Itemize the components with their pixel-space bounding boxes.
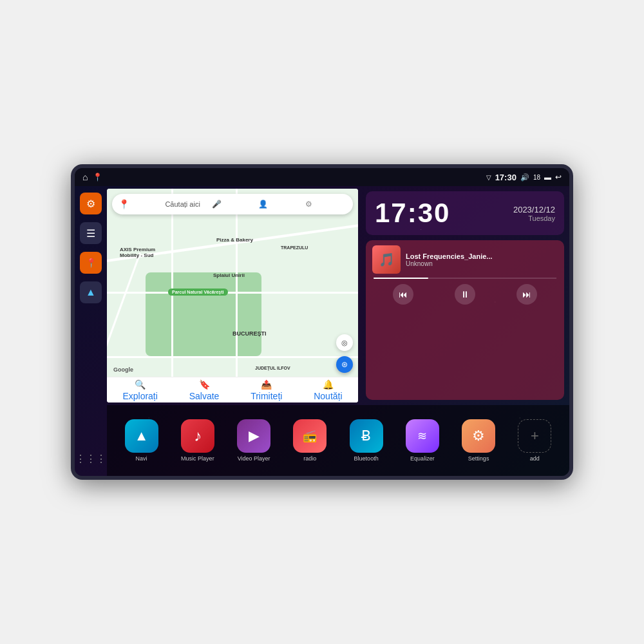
map-pin-park: Parcul Natural Văcărești <box>168 289 228 296</box>
google-logo: Google <box>113 366 133 373</box>
status-left: ⌂ 📍 <box>82 172 102 182</box>
radio-label: radio <box>303 455 316 462</box>
app-item-equalizer[interactable]: ≋ Equalizer <box>395 419 449 462</box>
map-label-buc: BUCUREȘTI <box>232 330 267 337</box>
np-info: Lost Frequencies_Janie... Unknown <box>406 252 558 267</box>
np-artist: Unknown <box>406 260 558 267</box>
map-label-pizza: Pizza & Bakery <box>216 237 253 243</box>
main-area: ⚙ ☰ 📍 ▲ ⋮⋮⋮ 📍 Căutați aici <box>75 186 569 476</box>
np-controls: ⏮ ⏸ ⏭ <box>372 283 558 306</box>
road-5 <box>107 356 358 358</box>
bluetooth-label: Bluetooth <box>354 455 379 462</box>
prev-button[interactable]: ⏮ <box>393 284 413 305</box>
video-player-label: Video Player <box>238 455 270 462</box>
news-label: Noutăți <box>314 391 342 401</box>
status-time: 17:30 <box>495 173 516 182</box>
map-icon: 📍 <box>86 258 97 268</box>
device-frame: ⌂ 📍 ▽ 17:30 🔊 18 ▬ ↩ ⚙ ☰ 📍 ▲ <box>71 164 573 480</box>
sidebar-item-grid[interactable]: ⋮⋮⋮ <box>80 448 102 469</box>
map-send[interactable]: 📤 Trimiteți <box>251 379 282 401</box>
np-progress-fill <box>374 278 428 279</box>
sidebar-item-map[interactable]: 📍 <box>80 252 102 274</box>
clock-widget: 17:30 2023/12/12 Tuesday <box>366 191 564 235</box>
search-placeholder[interactable]: Căutați aici <box>165 200 206 208</box>
settings-label: Settings <box>468 455 489 462</box>
wifi-icon: ▽ <box>486 174 491 181</box>
sidebar-item-files[interactable]: ☰ <box>80 222 102 244</box>
status-bar: ⌂ 📍 ▽ 17:30 🔊 18 ▬ ↩ <box>75 168 569 186</box>
saved-icon: 🔖 <box>199 379 210 390</box>
np-progress-bar <box>374 278 556 279</box>
app-item-bluetooth[interactable]: Ƀ Bluetooth <box>339 419 393 462</box>
add-label: add <box>530 455 540 462</box>
grid-icon: ⋮⋮⋮ <box>75 453 106 465</box>
volume-icon[interactable]: 🔊 <box>520 173 529 182</box>
video-player-icon: ▶ <box>237 419 270 453</box>
map-news[interactable]: 🔔 Noutăți <box>314 379 342 401</box>
home-icon[interactable]: ⌂ <box>82 172 88 182</box>
map-label-ilfov: JUDEȚUL ILFOV <box>255 366 290 370</box>
explore-icon: 🔍 <box>135 379 146 390</box>
sidebar: ⚙ ☰ 📍 ▲ ⋮⋮⋮ <box>75 186 107 476</box>
account-icon[interactable]: 👤 <box>258 200 299 209</box>
map-status-icon[interactable]: 📍 <box>93 173 102 182</box>
map-location-button[interactable]: ◎ <box>336 334 353 351</box>
music-player-icon: ♪ <box>181 419 214 453</box>
clock-time: 17:30 <box>375 198 450 229</box>
app-item-settings[interactable]: ⚙ Settings <box>452 419 506 462</box>
clock-date-value: 2023/12/12 <box>513 205 555 214</box>
navi-label: Navi <box>136 455 147 462</box>
road-3 <box>171 189 173 402</box>
np-album-art: 🎵 <box>372 245 401 274</box>
map-navigate-button[interactable]: ⊛ <box>336 356 353 373</box>
map-label-axis: AXIS PremiumMobility - Sud <box>120 247 155 258</box>
road-2 <box>107 292 358 294</box>
app-item-video-player[interactable]: ▶ Video Player <box>227 419 281 462</box>
send-label: Trimiteți <box>251 391 282 401</box>
map-roads: AXIS PremiumMobility - Sud Pizza & Baker… <box>107 189 358 402</box>
battery-level: 18 <box>533 174 540 181</box>
map-bottom-bar: 🔍 Explorați 🔖 Salvate 📤 Trimiteți � <box>107 377 358 402</box>
files-icon: ☰ <box>86 227 95 240</box>
app-item-radio[interactable]: 📻 radio <box>283 419 337 462</box>
settings-app-icon: ⚙ <box>462 419 495 453</box>
play-pause-button[interactable]: ⏸ <box>455 284 475 305</box>
explore-label: Explorați <box>122 391 157 401</box>
map-saved[interactable]: 🔖 Salvate <box>189 379 220 401</box>
google-maps-logo: 📍 <box>118 199 160 209</box>
add-icon: + <box>518 419 551 453</box>
radio-icon: 📻 <box>293 419 327 453</box>
status-right: ▽ 17:30 🔊 18 ▬ ↩ <box>486 173 562 182</box>
np-top: 🎵 Lost Frequencies_Janie... Unknown <box>372 245 558 274</box>
send-icon: 📤 <box>261 379 272 390</box>
park-area <box>146 272 261 356</box>
app-tray: ▲ Navi ♪ Music Player ▶ Video Player <box>107 405 569 476</box>
road-4 <box>236 189 238 402</box>
map-label-splaiul: Splaiul Unirii <box>213 272 245 278</box>
navi-icon: ▲ <box>125 419 158 453</box>
navigation-icon: ▲ <box>86 287 96 298</box>
sidebar-item-settings[interactable]: ⚙ <box>80 193 102 214</box>
battery-icon: ▬ <box>544 173 551 181</box>
map-background: AXIS PremiumMobility - Sud Pizza & Baker… <box>107 189 358 402</box>
mic-icon[interactable]: 🎤 <box>212 200 253 209</box>
sidebar-item-navigation[interactable]: ▲ <box>80 281 102 303</box>
app-item-add[interactable]: + add <box>508 419 562 462</box>
next-button[interactable]: ⏭ <box>516 284 537 305</box>
map-label-trap: TRAPEZULU <box>281 245 308 250</box>
music-panel: 17:30 2023/12/12 Tuesday 🎵 Lost Frequenc… <box>361 186 569 405</box>
map-explore[interactable]: 🔍 Explorați <box>122 379 157 401</box>
back-icon[interactable]: ↩ <box>555 173 562 182</box>
settings-map-icon[interactable]: ⚙ <box>305 200 346 209</box>
np-title: Lost Frequencies_Janie... <box>406 252 558 260</box>
app-item-music-player[interactable]: ♪ Music Player <box>171 419 224 462</box>
clock-day-value: Tuesday <box>513 214 555 222</box>
content-area: 📍 Căutați aici 🎤 👤 ⚙ <box>107 186 569 476</box>
map-panel[interactable]: 📍 Căutați aici 🎤 👤 ⚙ <box>107 189 358 402</box>
map-search-bar[interactable]: 📍 Căutați aici 🎤 👤 ⚙ <box>112 194 353 214</box>
app-item-navi[interactable]: ▲ Navi <box>115 419 168 462</box>
now-playing-widget: 🎵 Lost Frequencies_Janie... Unknown ⏮ ⏸ <box>366 240 564 400</box>
top-content: 📍 Căutați aici 🎤 👤 ⚙ <box>107 186 569 405</box>
saved-label: Salvate <box>189 391 220 401</box>
settings-icon: ⚙ <box>86 198 95 210</box>
